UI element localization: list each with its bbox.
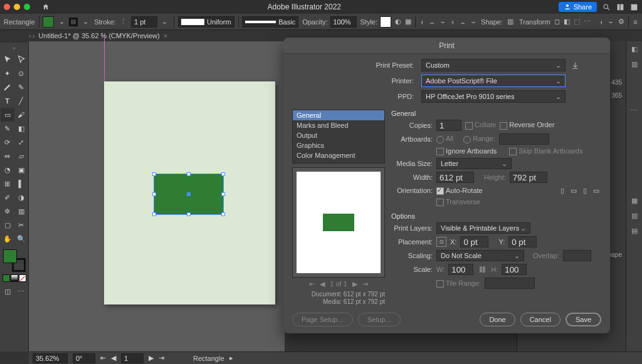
- panel-collapse-icon[interactable]: »: [13, 45, 16, 51]
- hand-tool[interactable]: ✋: [1, 232, 14, 246]
- line-tool[interactable]: ╱: [14, 94, 28, 108]
- print-preset-select[interactable]: Custom: [421, 59, 566, 71]
- artboard-next-icon[interactable]: ▶: [149, 354, 154, 362]
- fill-dropdown-icon[interactable]: ⌄: [56, 17, 66, 27]
- placement-y-input[interactable]: [508, 236, 537, 247]
- shape-builder-tool[interactable]: ◔: [1, 163, 14, 177]
- rectangle-tool[interactable]: ▭: [1, 108, 14, 122]
- document-tab[interactable]: Untitled-1* @ 35.62 % (CMYK/Preview): [38, 32, 159, 39]
- zoom-tool[interactable]: 🔍: [14, 232, 28, 246]
- selection-tool[interactable]: [1, 53, 14, 66]
- align-right-icon[interactable]: ⫟: [439, 17, 446, 27]
- gradient-tool[interactable]: ▌: [14, 177, 28, 190]
- artboard-last-icon[interactable]: ⇥: [159, 354, 164, 362]
- panel-menu-icon[interactable]: ⋯: [626, 103, 642, 118]
- resize-handle-rc[interactable]: [221, 192, 225, 196]
- category-general[interactable]: General: [293, 110, 384, 120]
- isolate-icon[interactable]: ◻: [554, 17, 560, 27]
- pen-tool[interactable]: [1, 80, 14, 94]
- resize-handle-bl[interactable]: [152, 212, 156, 216]
- ppd-select[interactable]: HP OfficeJet Pro 9010 series: [421, 90, 566, 103]
- minimize-window-button[interactable]: [14, 4, 20, 10]
- column-graph-tool[interactable]: ▥: [14, 204, 28, 218]
- selected-rectangle[interactable]: [154, 174, 224, 215]
- shape-options-icon[interactable]: ▥: [505, 17, 515, 27]
- page-prev-icon[interactable]: ◀: [320, 280, 325, 288]
- align-left-icon[interactable]: ⫞: [419, 17, 425, 27]
- artboard-first-icon[interactable]: ⇤: [100, 354, 106, 362]
- cancel-button[interactable]: Cancel: [520, 313, 560, 326]
- artboard-index[interactable]: 1: [121, 353, 144, 363]
- color-mode-gradient[interactable]: [11, 274, 18, 282]
- center-handle[interactable]: [187, 192, 191, 196]
- search-icon[interactable]: [602, 3, 611, 11]
- panel-menu-icon[interactable]: ≡: [633, 17, 638, 27]
- free-transform-tool[interactable]: ▱: [14, 149, 28, 163]
- fill-indicator[interactable]: [3, 249, 17, 263]
- mesh-tool[interactable]: ⊞: [1, 177, 14, 190]
- align-center-v-icon[interactable]: ⫠: [460, 17, 466, 27]
- edit-toolbar-button[interactable]: ⋯: [14, 284, 28, 298]
- stroke-swatch[interactable]: [69, 18, 78, 26]
- rotate-tool[interactable]: ⟳: [1, 135, 14, 149]
- workspace-switcher-icon[interactable]: [629, 3, 638, 11]
- brush-definition-select[interactable]: Basic: [242, 16, 298, 28]
- home-icon[interactable]: [41, 3, 50, 11]
- share-button[interactable]: Share: [559, 2, 597, 12]
- copies-input[interactable]: [436, 120, 461, 131]
- page-next-icon[interactable]: ▶: [352, 280, 357, 288]
- document-canvas[interactable]: [29, 41, 285, 351]
- arrange-documents-icon[interactable]: [616, 3, 624, 11]
- stroke-profile-select[interactable]: Uniform: [178, 16, 234, 28]
- artboard-prev-icon[interactable]: ◀: [111, 354, 116, 362]
- panel-icon-libraries[interactable]: ▥: [626, 56, 642, 71]
- resize-handle-tc[interactable]: [187, 172, 191, 176]
- selection-menu-icon[interactable]: ▸: [229, 354, 233, 362]
- page-preview[interactable]: [297, 172, 381, 273]
- perspective-tool[interactable]: ▣: [14, 163, 28, 177]
- printer-setup-button[interactable]: Setup...: [358, 313, 401, 326]
- direct-selection-tool[interactable]: [14, 53, 28, 66]
- tab-next-icon[interactable]: ›: [33, 32, 35, 39]
- placement-reference-icon[interactable]: ⊡: [436, 237, 446, 247]
- resize-handle-bc[interactable]: [187, 212, 191, 216]
- stroke-dropdown-icon[interactable]: ⌄: [80, 17, 90, 27]
- panel-icon-properties[interactable]: ◧: [626, 41, 642, 56]
- align-center-h-icon[interactable]: ⫠: [429, 17, 436, 27]
- category-marks-bleed[interactable]: Marks and Bleed: [293, 120, 384, 130]
- page-last-icon[interactable]: ⇥: [362, 280, 368, 288]
- type-tool[interactable]: T: [1, 94, 14, 108]
- tab-prev-icon[interactable]: ‹: [29, 32, 31, 39]
- resize-handle-tl[interactable]: [152, 172, 156, 176]
- fill-swatch[interactable]: [43, 16, 54, 28]
- align-top-icon[interactable]: ⫞: [450, 17, 456, 27]
- eraser-tool[interactable]: ◧: [14, 122, 28, 135]
- edit-contents-icon[interactable]: ⬚: [574, 17, 580, 27]
- resize-handle-tr[interactable]: [221, 172, 225, 176]
- clip-mask-icon[interactable]: ◧: [564, 17, 570, 27]
- screen-mode-toggle[interactable]: ◫: [1, 284, 14, 298]
- prefs-icon[interactable]: ⚙: [618, 17, 624, 27]
- align-bottom-icon[interactable]: ⫟: [470, 17, 477, 27]
- paintbrush-tool[interactable]: 🖌: [14, 108, 28, 122]
- panel-icon-swatches[interactable]: ▥: [626, 208, 642, 223]
- width-tool[interactable]: ⇔: [1, 149, 14, 163]
- panel-icon-color[interactable]: ▦: [626, 193, 642, 208]
- panel-toggle2-icon[interactable]: ⫟: [608, 17, 614, 27]
- category-graphics[interactable]: Graphics: [293, 140, 384, 150]
- close-window-button[interactable]: [4, 4, 10, 10]
- align-stroke-icon[interactable]: ▦: [405, 17, 411, 27]
- save-button[interactable]: Save: [566, 313, 601, 326]
- panel-icon-brushes[interactable]: ▤: [626, 223, 642, 238]
- shaper-tool[interactable]: ✎: [1, 122, 14, 135]
- page-first-icon[interactable]: ⇤: [309, 280, 315, 288]
- save-preset-icon[interactable]: [569, 60, 581, 71]
- done-button[interactable]: Done: [480, 313, 515, 326]
- zoom-select[interactable]: 35.62%: [33, 353, 68, 363]
- scaling-select[interactable]: Do Not Scale: [436, 250, 524, 261]
- category-output[interactable]: Output: [293, 130, 384, 140]
- panel-toggle-icon[interactable]: ⫞: [598, 17, 604, 27]
- print-category-list[interactable]: General Marks and Bleed Output Graphics …: [292, 110, 385, 164]
- stroke-weight-input[interactable]: [131, 16, 157, 28]
- ignore-artboards-checkbox[interactable]: [436, 148, 444, 155]
